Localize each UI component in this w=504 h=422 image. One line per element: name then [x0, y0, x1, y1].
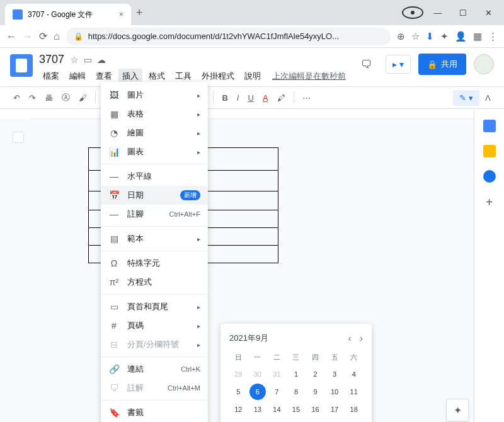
calendar-day[interactable]: 24	[326, 419, 343, 422]
more-tools-icon[interactable]: ⋯	[299, 91, 314, 105]
calendar-day[interactable]: 19	[230, 419, 246, 422]
paint-format-icon[interactable]: 🖌	[76, 91, 90, 105]
tasks-app-icon[interactable]	[483, 170, 496, 183]
calendar-dow: 日	[229, 350, 248, 365]
calendar-day[interactable]: 30	[249, 366, 266, 382]
calendar-day[interactable]: 3	[326, 366, 343, 382]
calendar-day[interactable]: 12	[230, 401, 246, 418]
italic-icon[interactable]: I	[234, 91, 243, 105]
calendar-day[interactable]: 8	[288, 384, 304, 400]
cloud-status-icon[interactable]: ☁	[97, 55, 106, 65]
calendar-day[interactable]: 16	[307, 401, 324, 418]
calendar-day[interactable]: 5	[230, 384, 246, 400]
menu-item-0[interactable]: 檔案	[39, 69, 63, 84]
calendar-day[interactable]: 17	[326, 401, 343, 418]
underline-icon[interactable]: U	[244, 91, 256, 105]
user-avatar[interactable]	[474, 54, 494, 74]
profile-icon[interactable]: 👤	[455, 31, 467, 42]
add-addon-icon[interactable]: +	[486, 195, 493, 210]
present-button[interactable]: ▸ ▾	[386, 55, 411, 74]
insert-menu-item-pagenum[interactable]: # 頁碼 ▸	[101, 316, 208, 335]
insert-menu-item-omega[interactable]: Ω 特殊字元	[101, 254, 208, 273]
calendar-day[interactable]: 23	[307, 419, 324, 422]
collapse-icon[interactable]: ᐱ	[482, 91, 494, 105]
calendar-day[interactable]: 22	[288, 419, 304, 422]
account-icon[interactable]	[402, 6, 423, 19]
text-color-icon[interactable]: A	[260, 91, 272, 105]
table-icon: ▦	[108, 109, 120, 119]
calendar-day[interactable]: 25	[346, 419, 362, 422]
share-button[interactable]: 🔒 共用	[418, 54, 466, 75]
calendar-prev-icon[interactable]: ‹	[348, 333, 352, 343]
url-field[interactable]: 🔒 https://docs.google.com/document/d/1t2…	[66, 28, 391, 45]
calendar-day[interactable]: 15	[288, 401, 304, 418]
calendar-day[interactable]: 13	[249, 401, 266, 418]
insert-menu-item-draw[interactable]: ◔ 繪圖 ▸	[101, 123, 208, 142]
calendar-next-icon[interactable]: ›	[360, 333, 363, 343]
last-edit-label[interactable]: 上次編輯是在數秒前	[272, 71, 346, 82]
menu-item-1[interactable]: 編輯	[66, 69, 89, 84]
insert-menu-item-template[interactable]: ▤ 範本 ▸	[101, 229, 208, 248]
calendar-day[interactable]: 2	[307, 366, 324, 382]
menu-icon[interactable]: ⋮	[488, 31, 498, 42]
reload-icon[interactable]: ⟳	[39, 30, 47, 42]
move-doc-icon[interactable]: ▭	[84, 55, 92, 65]
explore-button[interactable]: ✦	[446, 399, 469, 421]
calendar-day[interactable]: 10	[326, 384, 343, 400]
insert-menu-item-header[interactable]: ▭ 頁首和頁尾 ▸	[101, 297, 208, 316]
home-icon[interactable]: ⌂	[54, 31, 60, 42]
bold-icon[interactable]: B	[219, 91, 231, 105]
forward-icon[interactable]: →	[23, 31, 33, 42]
calendar-day[interactable]: 1	[288, 366, 304, 382]
star-doc-icon[interactable]: ☆	[71, 55, 79, 65]
calendar-day[interactable]: 4	[346, 366, 362, 382]
calendar-day[interactable]: 6	[249, 384, 266, 400]
minimize-icon[interactable]: —	[427, 8, 449, 18]
close-tab-icon[interactable]: ×	[119, 10, 123, 19]
ext2-icon[interactable]: ▦	[473, 31, 482, 42]
maximize-icon[interactable]: ☐	[452, 8, 474, 18]
browser-tab[interactable]: 3707 - Google 文件 ×	[5, 4, 131, 25]
undo-icon[interactable]: ↶	[10, 91, 23, 105]
calendar-day[interactable]: 29	[230, 366, 246, 382]
break-icon: ⊟	[108, 339, 120, 350]
close-window-icon[interactable]: ✕	[478, 8, 499, 18]
calendar-day[interactable]: 14	[268, 401, 285, 418]
calendar-day[interactable]: 9	[307, 384, 324, 400]
insert-menu-item-table[interactable]: ▦ 表格 ▸	[101, 105, 208, 123]
menu-item-7[interactable]: 說明	[241, 69, 265, 84]
insert-menu-item-pi[interactable]: π² 方程式	[101, 273, 208, 292]
extensions-icon[interactable]: ✦	[440, 31, 449, 42]
insert-menu-item-footnote[interactable]: ― 註腳 Ctrl+Alt+F	[101, 205, 208, 224]
highlight-icon[interactable]: 🖍	[274, 91, 289, 105]
star-icon[interactable]: ☆	[411, 31, 420, 42]
horizontal-ruler[interactable]	[30, 109, 474, 119]
calendar-day[interactable]: 18	[346, 401, 362, 418]
editing-mode-button[interactable]: ✎ ▾	[453, 90, 479, 106]
comments-history-icon[interactable]: 🗨	[355, 53, 378, 76]
search-icon[interactable]: ⊕	[397, 31, 405, 42]
document-title[interactable]: 3707	[39, 53, 64, 66]
redo-icon[interactable]: ↷	[26, 91, 39, 105]
docs-logo-icon[interactable]	[10, 54, 33, 77]
calendar-day[interactable]: 11	[346, 384, 362, 400]
document-canvas[interactable]: 預定日期 2021年9月6日 2021年9月 ‹ › 日一二三四五六293031…	[0, 119, 504, 422]
download-icon[interactable]: ⬇	[426, 31, 434, 42]
calendar-app-icon[interactable]	[483, 120, 496, 132]
outline-toggle-icon[interactable]	[13, 132, 24, 143]
calendar-day[interactable]: 31	[268, 366, 285, 382]
insert-menu-item-chart[interactable]: 📊 圖表 ▸	[101, 142, 208, 161]
calendar-day[interactable]: 20	[249, 419, 266, 422]
back-icon[interactable]: ←	[6, 31, 16, 42]
insert-menu-item-hr[interactable]: — 水平線	[101, 167, 208, 186]
insert-menu-item-link[interactable]: 🔗 連結 Ctrl+K	[101, 360, 208, 379]
calendar-day[interactable]: 7	[268, 384, 285, 400]
spellcheck-icon[interactable]: Ⓐ	[59, 89, 73, 106]
print-icon[interactable]: 🖶	[42, 91, 56, 105]
new-tab-button[interactable]: +	[136, 6, 143, 20]
calendar-day[interactable]: 21	[268, 419, 285, 422]
insert-menu-item-bookmark[interactable]: 🔖 書籤	[101, 403, 208, 422]
insert-menu-item-image[interactable]: 🖼 圖片 ▸	[101, 86, 208, 105]
insert-menu-item-date[interactable]: 📅 日期 新增	[101, 186, 208, 205]
keep-app-icon[interactable]	[483, 145, 496, 157]
